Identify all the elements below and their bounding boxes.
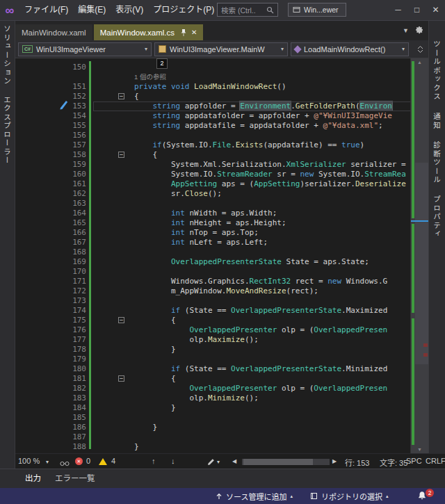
tool-window-tab[interactable]: プロパティ: [432, 195, 442, 239]
tab-list-caret-icon[interactable]: ▼: [403, 27, 409, 34]
fold-collapse-icon[interactable]: −: [118, 375, 124, 382]
line-number[interactable]: 158: [15, 150, 88, 160]
split-window-icon[interactable]: [416, 45, 424, 54]
line-number[interactable]: 183: [15, 393, 88, 403]
line-number[interactable]: 188: [15, 442, 88, 452]
line-number[interactable]: 171: [15, 277, 88, 286]
error-count[interactable]: 0: [86, 457, 90, 465]
code-line[interactable]: 161 AppSetting aps = (AppSetting)seriali…: [15, 179, 428, 189]
code-line[interactable]: 171 Windows.Graphics.RectInt32 rect = ne…: [15, 277, 428, 286]
code-line[interactable]: 178 }: [15, 345, 428, 355]
line-number[interactable]: 185: [15, 413, 88, 423]
line-number[interactable]: 179: [15, 355, 88, 364]
code-line[interactable]: 188 }: [15, 442, 428, 452]
line-number[interactable]: 174: [15, 306, 88, 316]
line-number[interactable]: 159: [15, 160, 88, 170]
code-line[interactable]: 186 }: [15, 423, 428, 432]
previous-issue-icon[interactable]: ↑: [152, 457, 156, 465]
code-line[interactable]: 170: [15, 267, 428, 277]
indent-mode-indicator[interactable]: SPC: [406, 457, 422, 465]
horizontal-scrollbar[interactable]: [242, 459, 330, 465]
code-line[interactable]: 176 OverlappedPresenter olp = (Overlappe…: [15, 325, 428, 335]
code-line[interactable]: 150: [15, 63, 428, 72]
code-line[interactable]: 166 int nTop = aps.Top;: [15, 228, 428, 238]
code-line[interactable]: 185: [15, 413, 428, 423]
minimize-button[interactable]: ─: [389, 0, 407, 21]
line-number[interactable]: 177: [15, 335, 88, 345]
line-number[interactable]: 181: [15, 374, 88, 384]
line-number[interactable]: 187: [15, 432, 88, 442]
code-line[interactable]: 169 OverlappedPresenterState State = aps…: [15, 257, 428, 267]
document-tab[interactable]: MainWindow.xaml.cs✕: [94, 24, 204, 40]
line-number[interactable]: 170: [15, 267, 88, 277]
accessibility-glasses-icon[interactable]: [60, 460, 70, 468]
code-line[interactable]: 179: [15, 355, 428, 364]
menu-item[interactable]: 表示(V): [111, 0, 148, 20]
code-line[interactable]: 181 {−: [15, 374, 428, 384]
code-line[interactable]: 160 System.IO.StreamReader sr = new Syst…: [15, 170, 428, 179]
scrollbar-thumb[interactable]: [415, 163, 428, 364]
line-number[interactable]: 186: [15, 423, 88, 432]
code-line[interactable]: 156: [15, 131, 428, 140]
notification-count-badge[interactable]: 2: [426, 489, 434, 497]
close-icon[interactable]: ✕: [191, 29, 197, 36]
line-number[interactable]: 162: [15, 189, 88, 199]
zoom-control[interactable]: 100 %: [18, 457, 40, 465]
scroll-down-icon[interactable]: ▼: [411, 447, 428, 452]
type-dropdown[interactable]: WinUI3ImageViewer.MainW ▾: [154, 42, 288, 56]
code-line[interactable]: 151 private void LoadMainWindowRect(): [15, 82, 428, 92]
pin-icon[interactable]: [180, 29, 187, 37]
add-source-control-button[interactable]: ソース管理に追加 ▴: [216, 488, 293, 504]
code-line[interactable]: 152 {−: [15, 92, 428, 101]
code-line[interactable]: 177 olp.Maximize();: [15, 335, 428, 345]
search-box[interactable]: 検索 (Ctrl..: [217, 3, 278, 17]
error-icon[interactable]: ✕: [75, 457, 83, 465]
line-number[interactable]: [15, 72, 88, 82]
line-number[interactable]: 161: [15, 179, 88, 189]
next-issue-icon[interactable]: ↓: [171, 457, 175, 465]
scrollbar-thumb[interactable]: [243, 459, 313, 465]
fold-collapse-icon[interactable]: −: [118, 93, 124, 99]
code-line[interactable]: 159 System.Xml.Serialization.XmlSerializ…: [15, 160, 428, 170]
chevron-down-icon[interactable]: ▾: [46, 459, 49, 465]
code-line[interactable]: 168: [15, 247, 428, 257]
code-line[interactable]: 187: [15, 432, 428, 442]
close-button[interactable]: ✕: [426, 0, 445, 21]
code-line[interactable]: 174 if (State == OverlappedPresenterStat…: [15, 306, 428, 316]
line-number[interactable]: 151: [15, 82, 88, 92]
tool-window-tab[interactable]: 通知: [432, 113, 442, 130]
menu-item[interactable]: 編集(E): [73, 0, 111, 20]
menu-item[interactable]: ファイル(F): [19, 0, 73, 20]
line-number[interactable]: 150: [15, 63, 88, 72]
code-editor[interactable]: 1501 個の参照151 private void LoadMainWindow…: [15, 58, 428, 453]
line-number[interactable]: 172: [15, 286, 88, 296]
line-number[interactable]: 167: [15, 238, 88, 247]
line-number[interactable]: 152: [15, 92, 88, 101]
code-line[interactable]: 157 if(System.IO.File.Exists(appdatafile…: [15, 140, 428, 150]
line-number[interactable]: 156: [15, 131, 88, 140]
line-number[interactable]: 176: [15, 325, 88, 335]
panel-tab[interactable]: エラー一覧: [48, 469, 102, 487]
code-line[interactable]: 155 string appdatafile = appdatafolder +…: [15, 121, 428, 131]
code-line[interactable]: 180 if (State == OverlappedPresenterStat…: [15, 364, 428, 374]
code-line[interactable]: 163: [15, 199, 428, 209]
line-number[interactable]: 155: [15, 121, 88, 131]
line-number[interactable]: 153: [15, 101, 88, 111]
line-number[interactable]: 165: [15, 218, 88, 228]
code-line[interactable]: 184 }: [15, 403, 428, 413]
code-line[interactable]: 158 {−: [15, 150, 428, 160]
scroll-left-icon[interactable]: ◀: [232, 458, 236, 464]
window-switcher[interactable]: Win...ewer: [288, 3, 346, 17]
line-number[interactable]: 182: [15, 384, 88, 393]
pencil-icon[interactable]: [207, 458, 215, 467]
menu-item[interactable]: プロジェクト(P): [148, 0, 219, 20]
tab-settings-gear-icon[interactable]: [415, 26, 423, 34]
code-line[interactable]: 162 sr.Close();: [15, 189, 428, 199]
panel-tab[interactable]: 出力: [18, 469, 48, 487]
solution-explorer-tab[interactable]: ソリューション エクスプローラー: [2, 25, 13, 165]
line-number[interactable]: 168: [15, 247, 88, 257]
code-line[interactable]: 164 int nWidth = aps.Width;: [15, 209, 428, 218]
line-number[interactable]: 180: [15, 364, 88, 374]
fold-collapse-icon[interactable]: −: [118, 152, 124, 158]
code-line[interactable]: 154 string appdatafolder = appfolder + @…: [15, 111, 428, 121]
